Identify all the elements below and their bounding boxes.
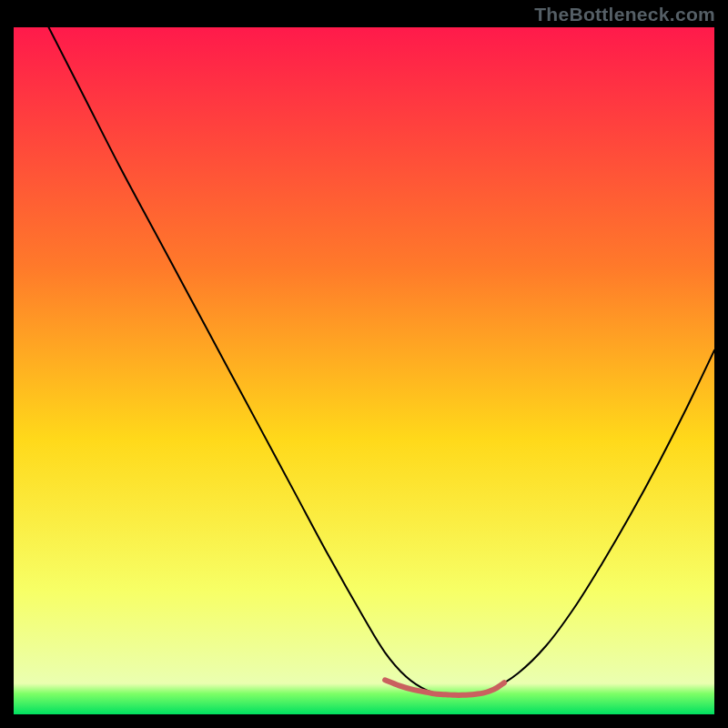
- chart-svg: [14, 27, 714, 714]
- chart-stage: TheBottleneck.com: [0, 0, 728, 728]
- chart-plot: [14, 27, 714, 714]
- gradient-background: [14, 27, 714, 714]
- watermark-text: TheBottleneck.com: [534, 4, 715, 25]
